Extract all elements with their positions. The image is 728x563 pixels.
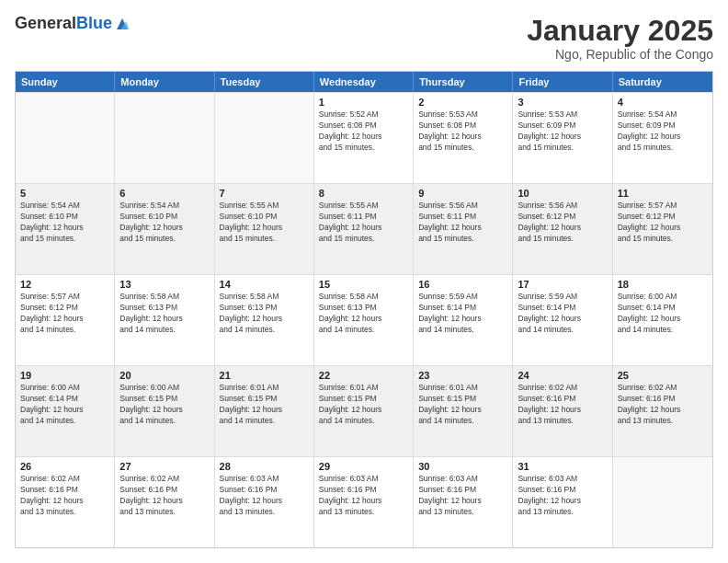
calendar-cell: 20Sunrise: 6:00 AM Sunset: 6:15 PM Dayli…: [115, 366, 214, 456]
day-info: Sunrise: 6:02 AM Sunset: 6:16 PM Dayligh…: [20, 474, 109, 518]
calendar-cell: 16Sunrise: 5:59 AM Sunset: 6:14 PM Dayli…: [414, 275, 513, 365]
day-info: Sunrise: 6:03 AM Sunset: 6:16 PM Dayligh…: [518, 474, 607, 518]
calendar-subtitle: Ngo, Republic of the Congo: [527, 47, 713, 62]
day-number: 6: [119, 188, 209, 199]
calendar-cell: 28Sunrise: 6:03 AM Sunset: 6:16 PM Dayli…: [215, 457, 314, 547]
calendar-cell: 6Sunrise: 5:54 AM Sunset: 6:10 PM Daylig…: [115, 184, 214, 274]
day-number: 25: [618, 370, 708, 381]
day-info: Sunrise: 5:57 AM Sunset: 6:12 PM Dayligh…: [618, 201, 708, 245]
day-number: 9: [418, 188, 507, 199]
day-number: 15: [319, 279, 408, 290]
day-info: Sunrise: 5:53 AM Sunset: 6:08 PM Dayligh…: [418, 109, 507, 154]
day-info: Sunrise: 5:55 AM Sunset: 6:10 PM Dayligh…: [220, 201, 309, 245]
calendar-cell: 10Sunrise: 5:56 AM Sunset: 6:12 PM Dayli…: [513, 184, 612, 274]
day-info: Sunrise: 5:59 AM Sunset: 6:14 PM Dayligh…: [518, 292, 607, 336]
day-number: 19: [20, 370, 109, 381]
title-block: January 2025 Ngo, Republic of the Congo: [527, 15, 713, 62]
calendar-cell: [613, 457, 712, 547]
day-number: 22: [319, 370, 408, 381]
day-info: Sunrise: 5:54 AM Sunset: 6:10 PM Dayligh…: [119, 201, 209, 245]
calendar-cell: 13Sunrise: 5:58 AM Sunset: 6:13 PM Dayli…: [115, 275, 214, 365]
calendar-row: 12Sunrise: 5:57 AM Sunset: 6:12 PM Dayli…: [16, 274, 712, 365]
day-info: Sunrise: 6:00 AM Sunset: 6:14 PM Dayligh…: [20, 383, 109, 427]
day-number: 5: [20, 188, 109, 199]
day-info: Sunrise: 6:03 AM Sunset: 6:16 PM Dayligh…: [418, 474, 507, 518]
day-info: Sunrise: 6:01 AM Sunset: 6:15 PM Dayligh…: [319, 383, 408, 427]
day-info: Sunrise: 5:53 AM Sunset: 6:09 PM Dayligh…: [518, 109, 607, 154]
calendar-cell: 25Sunrise: 6:02 AM Sunset: 6:16 PM Dayli…: [613, 366, 712, 456]
day-number: 13: [119, 279, 209, 290]
day-number: 8: [319, 188, 408, 199]
calendar-cell: [16, 93, 115, 183]
day-info: Sunrise: 5:55 AM Sunset: 6:11 PM Dayligh…: [319, 201, 408, 245]
calendar-cell: 8Sunrise: 5:55 AM Sunset: 6:11 PM Daylig…: [314, 184, 414, 274]
day-number: 2: [418, 97, 507, 108]
calendar-cell: 11Sunrise: 5:57 AM Sunset: 6:12 PM Dayli…: [613, 184, 712, 274]
day-number: 28: [220, 461, 309, 472]
day-info: Sunrise: 5:54 AM Sunset: 6:10 PM Dayligh…: [20, 201, 109, 245]
day-info: Sunrise: 6:02 AM Sunset: 6:16 PM Dayligh…: [119, 474, 209, 518]
day-info: Sunrise: 6:01 AM Sunset: 6:15 PM Dayligh…: [220, 383, 309, 427]
day-number: 17: [518, 279, 607, 290]
calendar-cell: 19Sunrise: 6:00 AM Sunset: 6:14 PM Dayli…: [16, 366, 115, 456]
day-number: 1: [319, 97, 408, 108]
calendar-cell: 7Sunrise: 5:55 AM Sunset: 6:10 PM Daylig…: [215, 184, 314, 274]
calendar: SundayMondayTuesdayWednesdayThursdayFrid…: [15, 71, 713, 548]
calendar-cell: 3Sunrise: 5:53 AM Sunset: 6:09 PM Daylig…: [513, 93, 612, 183]
calendar-cell: 26Sunrise: 6:02 AM Sunset: 6:16 PM Dayli…: [16, 457, 115, 547]
day-number: 11: [618, 188, 708, 199]
day-info: Sunrise: 5:58 AM Sunset: 6:13 PM Dayligh…: [220, 292, 309, 336]
calendar-cell: 12Sunrise: 5:57 AM Sunset: 6:12 PM Dayli…: [16, 275, 115, 365]
day-number: 4: [618, 97, 708, 108]
calendar-cell: 22Sunrise: 6:01 AM Sunset: 6:15 PM Dayli…: [314, 366, 414, 456]
day-info: Sunrise: 6:03 AM Sunset: 6:16 PM Dayligh…: [220, 474, 309, 518]
day-info: Sunrise: 5:59 AM Sunset: 6:14 PM Dayligh…: [418, 292, 507, 336]
weekday-header: Tuesday: [215, 72, 314, 92]
day-number: 7: [220, 188, 309, 199]
logo-icon: [114, 16, 131, 32]
day-info: Sunrise: 5:58 AM Sunset: 6:13 PM Dayligh…: [119, 292, 209, 336]
calendar-row: 19Sunrise: 6:00 AM Sunset: 6:14 PM Dayli…: [16, 365, 712, 456]
day-info: Sunrise: 5:56 AM Sunset: 6:11 PM Dayligh…: [418, 201, 507, 245]
day-number: 18: [618, 279, 708, 290]
calendar-cell: 17Sunrise: 5:59 AM Sunset: 6:14 PM Dayli…: [513, 275, 612, 365]
logo-blue: Blue: [76, 14, 112, 32]
calendar-header: SundayMondayTuesdayWednesdayThursdayFrid…: [16, 72, 712, 92]
day-info: Sunrise: 6:02 AM Sunset: 6:16 PM Dayligh…: [518, 383, 607, 427]
day-number: 21: [220, 370, 309, 381]
day-info: Sunrise: 5:54 AM Sunset: 6:09 PM Dayligh…: [618, 109, 708, 154]
day-info: Sunrise: 6:00 AM Sunset: 6:14 PM Dayligh…: [618, 292, 708, 336]
day-number: 24: [518, 370, 607, 381]
calendar-row: 26Sunrise: 6:02 AM Sunset: 6:16 PM Dayli…: [16, 456, 712, 547]
day-number: 16: [418, 279, 507, 290]
day-info: Sunrise: 5:57 AM Sunset: 6:12 PM Dayligh…: [20, 292, 109, 336]
weekday-header: Saturday: [613, 72, 712, 92]
day-number: 14: [220, 279, 309, 290]
calendar-row: 1Sunrise: 5:52 AM Sunset: 6:08 PM Daylig…: [16, 92, 712, 183]
weekday-header: Thursday: [414, 72, 513, 92]
calendar-cell: 24Sunrise: 6:02 AM Sunset: 6:16 PM Dayli…: [513, 366, 612, 456]
day-info: Sunrise: 5:58 AM Sunset: 6:13 PM Dayligh…: [319, 292, 408, 336]
day-number: 10: [518, 188, 607, 199]
calendar-cell: 9Sunrise: 5:56 AM Sunset: 6:11 PM Daylig…: [414, 184, 513, 274]
weekday-header: Monday: [115, 72, 214, 92]
calendar-cell: 23Sunrise: 6:01 AM Sunset: 6:15 PM Dayli…: [414, 366, 513, 456]
calendar-cell: 21Sunrise: 6:01 AM Sunset: 6:15 PM Dayli…: [215, 366, 314, 456]
calendar-body: 1Sunrise: 5:52 AM Sunset: 6:08 PM Daylig…: [16, 92, 712, 547]
page: GeneralBlue January 2025 Ngo, Republic o…: [0, 0, 728, 563]
day-info: Sunrise: 5:56 AM Sunset: 6:12 PM Dayligh…: [518, 201, 607, 245]
day-number: 27: [119, 461, 209, 472]
day-info: Sunrise: 5:52 AM Sunset: 6:08 PM Dayligh…: [319, 109, 408, 154]
day-number: 12: [20, 279, 109, 290]
day-number: 31: [518, 461, 607, 472]
day-number: 20: [119, 370, 209, 381]
day-info: Sunrise: 6:00 AM Sunset: 6:15 PM Dayligh…: [119, 383, 209, 427]
calendar-title: January 2025: [527, 15, 713, 47]
calendar-cell: [215, 93, 314, 183]
calendar-cell: 5Sunrise: 5:54 AM Sunset: 6:10 PM Daylig…: [16, 184, 115, 274]
calendar-cell: 31Sunrise: 6:03 AM Sunset: 6:16 PM Dayli…: [513, 457, 612, 547]
calendar-cell: 18Sunrise: 6:00 AM Sunset: 6:14 PM Dayli…: [613, 275, 712, 365]
day-info: Sunrise: 6:03 AM Sunset: 6:16 PM Dayligh…: [319, 474, 408, 518]
header: GeneralBlue January 2025 Ngo, Republic o…: [15, 15, 713, 62]
day-number: 23: [418, 370, 507, 381]
